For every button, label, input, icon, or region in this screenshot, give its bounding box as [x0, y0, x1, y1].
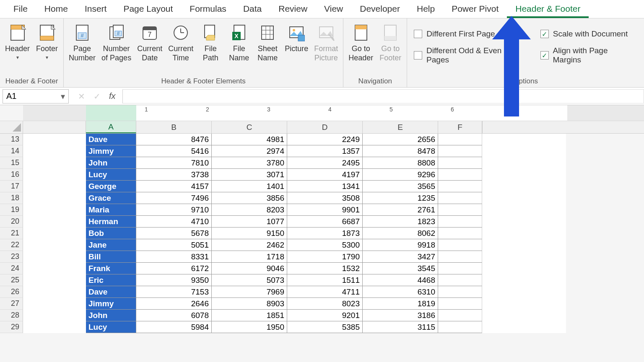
- cell[interactable]: Grace: [86, 192, 136, 204]
- header-button[interactable]: Header ▾: [3, 21, 31, 75]
- row-header[interactable]: 16: [0, 169, 23, 181]
- cell[interactable]: 9901: [287, 204, 363, 216]
- row-header[interactable]: 14: [0, 145, 23, 157]
- cell[interactable]: 7810: [136, 157, 212, 169]
- cell[interactable]: 6310: [363, 286, 438, 298]
- cell[interactable]: [438, 321, 482, 333]
- col-header-F[interactable]: F: [438, 121, 482, 133]
- cell[interactable]: 5416: [136, 145, 212, 157]
- cell[interactable]: [438, 145, 482, 157]
- file-path-button[interactable]: File Path: [197, 21, 223, 75]
- cell[interactable]: 4468: [363, 274, 438, 286]
- cell[interactable]: Lucy: [86, 321, 136, 333]
- footer-button[interactable]: Footer ▾: [34, 21, 60, 75]
- cell[interactable]: George: [86, 181, 136, 192]
- cell[interactable]: 7969: [212, 286, 287, 298]
- cell[interactable]: 1235: [363, 192, 438, 204]
- diff-odd-even-checkbox[interactable]: Different Odd & Even Pages: [410, 44, 528, 67]
- cell[interactable]: 3565: [363, 181, 438, 192]
- cell[interactable]: [438, 204, 482, 216]
- row-header[interactable]: 20: [0, 216, 23, 228]
- cell[interactable]: 2974: [212, 145, 287, 157]
- cell[interactable]: [438, 239, 482, 251]
- cell[interactable]: 2656: [363, 134, 438, 145]
- cell[interactable]: 5300: [287, 239, 363, 251]
- cell[interactable]: 4710: [136, 216, 212, 228]
- cell[interactable]: Jimmy: [86, 298, 136, 310]
- cell[interactable]: 2495: [287, 157, 363, 169]
- cell[interactable]: 6172: [136, 263, 212, 274]
- cell[interactable]: 8331: [136, 251, 212, 263]
- cell[interactable]: 4197: [287, 169, 363, 181]
- row-header[interactable]: 13: [0, 134, 23, 145]
- cell[interactable]: [438, 298, 482, 310]
- cell[interactable]: 7153: [136, 286, 212, 298]
- cell[interactable]: 6078: [136, 310, 212, 321]
- cell[interactable]: 3508: [287, 192, 363, 204]
- cell[interactable]: 9046: [212, 263, 287, 274]
- fx-icon[interactable]: fx: [109, 91, 116, 101]
- cell[interactable]: Bob: [86, 228, 136, 239]
- page-number-button[interactable]: # Page Number: [67, 21, 97, 75]
- diff-first-page-checkbox[interactable]: Different First Page: [410, 27, 528, 41]
- num-pages-button[interactable]: # Number of Pages: [100, 21, 133, 75]
- cell[interactable]: Dave: [86, 286, 136, 298]
- cell[interactable]: 1718: [212, 251, 287, 263]
- cell[interactable]: 2646: [136, 298, 212, 310]
- tab-view[interactable]: View: [316, 0, 351, 18]
- cell[interactable]: Jane: [86, 239, 136, 251]
- cell[interactable]: 5051: [136, 239, 212, 251]
- tab-file[interactable]: File: [5, 0, 36, 18]
- row-header[interactable]: 18: [0, 192, 23, 204]
- cell[interactable]: [438, 286, 482, 298]
- cell[interactable]: 3780: [212, 157, 287, 169]
- tab-home[interactable]: Home: [36, 0, 76, 18]
- row-header[interactable]: 22: [0, 239, 23, 251]
- cell[interactable]: 1851: [212, 310, 287, 321]
- cell[interactable]: 1357: [287, 145, 363, 157]
- col-header-B[interactable]: B: [136, 121, 212, 133]
- cell[interactable]: Eric: [86, 274, 136, 286]
- cell[interactable]: Jimmy: [86, 145, 136, 157]
- row-header[interactable]: 28: [0, 310, 23, 321]
- cell[interactable]: 8808: [363, 157, 438, 169]
- row-header[interactable]: 15: [0, 157, 23, 169]
- picture-button[interactable]: Picture: [283, 21, 310, 75]
- current-time-button[interactable]: Current Time: [166, 21, 195, 75]
- formula-input[interactable]: [122, 89, 644, 103]
- tab-insert[interactable]: Insert: [76, 0, 115, 18]
- col-header-E[interactable]: E: [363, 121, 438, 133]
- cell[interactable]: [438, 181, 482, 192]
- cell[interactable]: 3856: [212, 192, 287, 204]
- cell[interactable]: 1511: [287, 274, 363, 286]
- cell[interactable]: 5073: [212, 274, 287, 286]
- cell[interactable]: 1341: [287, 181, 363, 192]
- cell[interactable]: 8903: [212, 298, 287, 310]
- cell[interactable]: [438, 134, 482, 145]
- enter-icon[interactable]: ✓: [93, 91, 101, 101]
- cell[interactable]: [438, 157, 482, 169]
- cancel-icon[interactable]: ✕: [78, 91, 85, 101]
- cell[interactable]: 1823: [363, 216, 438, 228]
- sheet-name-button[interactable]: Sheet Name: [254, 21, 280, 75]
- align-checkbox[interactable]: ✓ Align with Page Margins: [537, 44, 641, 67]
- cell[interactable]: 9710: [136, 204, 212, 216]
- cell[interactable]: 5385: [287, 321, 363, 333]
- cell[interactable]: 4981: [212, 134, 287, 145]
- cell[interactable]: 3738: [136, 169, 212, 181]
- row-header[interactable]: 29: [0, 321, 23, 333]
- row-header[interactable]: 17: [0, 181, 23, 192]
- cell[interactable]: Bill: [86, 251, 136, 263]
- cell[interactable]: [438, 228, 482, 239]
- cell[interactable]: 8062: [363, 228, 438, 239]
- cell[interactable]: John: [86, 310, 136, 321]
- row-header[interactable]: 23: [0, 251, 23, 263]
- cell[interactable]: 9350: [136, 274, 212, 286]
- row-header[interactable]: 25: [0, 274, 23, 286]
- cell[interactable]: 1819: [363, 298, 438, 310]
- cell[interactable]: Herman: [86, 216, 136, 228]
- cell[interactable]: 1873: [287, 228, 363, 239]
- cell[interactable]: [438, 192, 482, 204]
- cell[interactable]: 9150: [212, 228, 287, 239]
- spreadsheet-grid[interactable]: 13Dave847649812249265614Jimmy54162974135…: [0, 134, 644, 333]
